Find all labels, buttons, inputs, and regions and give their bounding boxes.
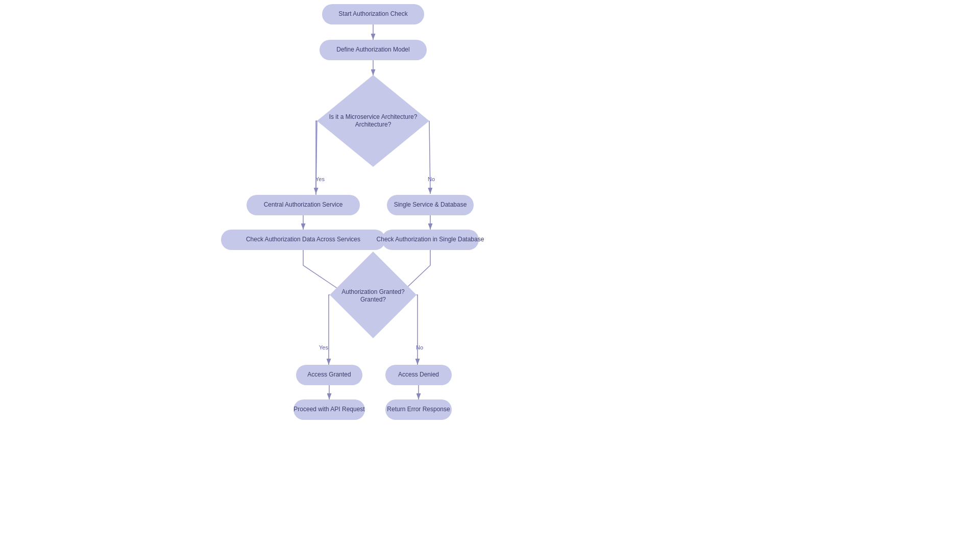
check-across-label: Check Authorization Data Across Services bbox=[246, 236, 360, 243]
single-service-label: Single Service & Database bbox=[394, 201, 467, 208]
proceed-label: Proceed with API Request bbox=[293, 406, 365, 413]
yes-label-2: Yes bbox=[319, 344, 328, 350]
check-single-label: Check Authorization in Single Database bbox=[377, 236, 484, 243]
access-granted-label: Access Granted bbox=[307, 371, 351, 378]
return-error-label: Return Error Response bbox=[387, 406, 450, 413]
decision2-label: Authorization Granted? bbox=[341, 288, 405, 295]
central-auth-label: Central Authorization Service bbox=[264, 201, 343, 208]
decision1-label2: Architecture? bbox=[355, 121, 391, 128]
access-denied-label: Access Denied bbox=[398, 371, 439, 378]
no-label-1: No bbox=[428, 176, 435, 182]
yes-label-1: Yes bbox=[315, 176, 325, 182]
start-label: Start Authorization Check bbox=[338, 10, 408, 17]
svg-line-4 bbox=[429, 121, 430, 194]
define-label: Define Authorization Model bbox=[336, 46, 409, 53]
no-label-2: No bbox=[416, 344, 423, 350]
decision2-label2: Granted? bbox=[360, 296, 386, 303]
decision1-label: Is it a Microservice Architecture? bbox=[329, 113, 418, 120]
